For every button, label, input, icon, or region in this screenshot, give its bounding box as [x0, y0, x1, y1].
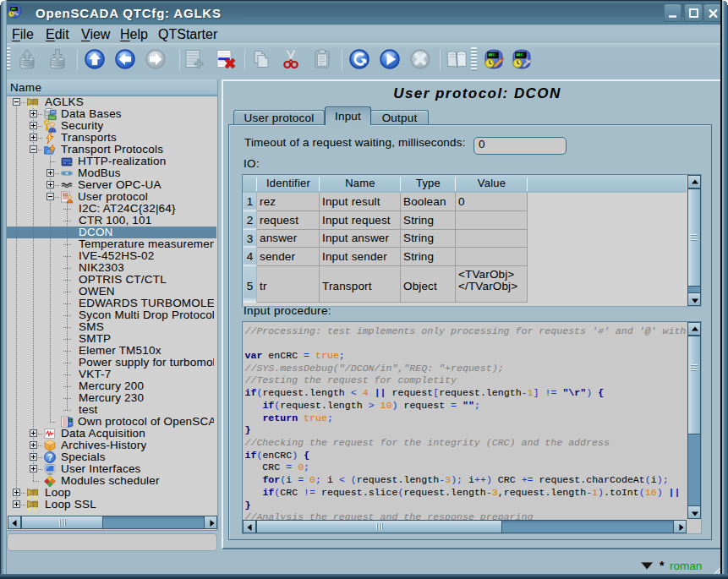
svg-text:?: ? [47, 453, 52, 462]
